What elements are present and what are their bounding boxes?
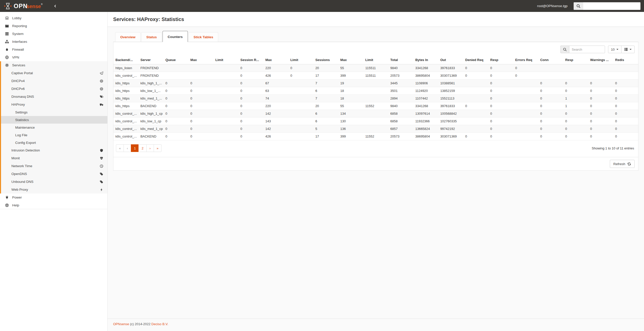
sidebar-item-haproxy[interactable]: HAProxy — [1, 101, 107, 108]
cell — [288, 110, 313, 118]
cell: 0 — [188, 125, 213, 133]
cell: 6 — [313, 118, 338, 125]
tab-stick-tables[interactable]: Stick Tables — [189, 32, 218, 42]
sidebar-navigation: Lobby Reporting System Interfaces — [0, 12, 108, 331]
sidebar-item-services[interactable]: Services — [1, 61, 107, 69]
sidebar-item-label: Settings — [15, 110, 28, 114]
table-body: https_listenFRONTEND02200205511551198403… — [113, 64, 638, 140]
pagination-page-1[interactable]: 1 — [131, 144, 139, 152]
column-header-resp[interactable]: Resp — [488, 56, 513, 64]
cell — [513, 102, 538, 110]
column-header-session-r[interactable]: Session R... — [238, 56, 264, 64]
sidebar-item-network-time[interactable]: Network Time — [1, 162, 107, 170]
table-row: k8s_httpsBACKEND000220205511552984033412… — [113, 102, 638, 110]
cell — [363, 87, 388, 95]
cell: 39761833 — [438, 102, 463, 110]
column-header-sessions[interactable]: Sessions — [313, 56, 338, 64]
sidebar-item-opendns[interactable]: OpenDNS — [1, 170, 107, 178]
cell: 134 — [338, 110, 363, 118]
sidebar-item-haproxy-settings[interactable]: Settings — [1, 108, 107, 116]
pagination-last-button[interactable]: » — [154, 144, 162, 152]
tab-status[interactable]: Status — [141, 32, 162, 42]
sidebar-item-system[interactable]: System — [0, 30, 107, 38]
sidebar-item-firewall[interactable]: Firewall — [0, 46, 107, 53]
sidebar-item-haproxy-config-export[interactable]: Config Export — [1, 139, 107, 146]
column-header-server[interactable]: Server — [138, 56, 164, 64]
cell: 0 — [463, 72, 488, 80]
column-header-warnings[interactable]: Warnings ... — [588, 56, 613, 64]
table-search-input[interactable] — [569, 46, 605, 53]
cell: 10388561 — [438, 80, 463, 87]
column-header-max[interactable]: Max — [263, 56, 288, 64]
cell: 74 — [263, 95, 288, 102]
sidebar-item-vpn[interactable]: VPN — [0, 53, 107, 61]
cell: 3501 — [388, 87, 413, 95]
cell — [213, 72, 238, 80]
cell: 6858 — [388, 118, 413, 125]
cell — [513, 95, 538, 102]
column-header-limit[interactable]: Limit — [363, 56, 388, 64]
sidebar-item-haproxy-maintenance[interactable]: Maintenance — [1, 124, 107, 131]
search-icon[interactable] — [574, 2, 583, 10]
cell — [538, 64, 563, 72]
sidebar-collapse-button[interactable] — [54, 4, 57, 8]
sidebar-item-dnsmasq-dns[interactable]: Dnsmasq DNS — [1, 93, 107, 101]
bolt-icon — [100, 188, 103, 191]
column-selector-dropdown[interactable] — [621, 46, 635, 53]
sidebar-item-web-proxy[interactable]: Web Proxy — [1, 186, 107, 193]
pagination-page-2[interactable]: 2 — [138, 144, 146, 152]
sidebar-item-power[interactable]: Power — [0, 193, 107, 201]
table-row: k8s_httpsk8s_high_1_...00067719344511089… — [113, 80, 638, 87]
pagination-next-button[interactable]: › — [146, 144, 154, 152]
sidebar-item-dhcpv4[interactable]: DHCPv4 — [1, 77, 107, 85]
sidebar-item-dhcpv6[interactable]: DHCPv6 — [1, 85, 107, 93]
fire-icon — [4, 48, 9, 51]
pagination-first-button[interactable]: « — [116, 144, 124, 152]
column-header-denied-req[interactable]: Denied Req — [463, 56, 488, 64]
tab-overview[interactable]: Overview — [115, 32, 140, 42]
column-header-backend[interactable]: Backend/... — [113, 56, 138, 64]
column-header-conn[interactable]: Conn — [538, 56, 563, 64]
column-header-limit[interactable]: Limit — [288, 56, 313, 64]
sidebar-item-intrusion-detection[interactable]: Intrusion Detection — [1, 146, 107, 154]
cell: 115511 — [363, 72, 388, 80]
column-header-limit[interactable]: Limit — [213, 56, 238, 64]
column-header-max[interactable]: Max — [188, 56, 213, 64]
opnsense-footer-link[interactable]: OPNsense — [113, 322, 129, 326]
sidebar-item-help[interactable]: Help — [0, 201, 107, 209]
sidebar-item-captive-portal[interactable]: Captive Portal — [1, 69, 107, 77]
cell: 0 — [238, 102, 264, 110]
sidebar-item-haproxy-log-file[interactable]: Log File — [1, 131, 107, 139]
cell — [213, 80, 238, 87]
sidebar-item-haproxy-statistics[interactable]: Statistics — [1, 116, 107, 124]
sidebar-item-label: Unbound DNS — [11, 180, 33, 184]
sidebar-item-reporting[interactable]: Reporting — [0, 22, 107, 30]
cell: 0 — [488, 64, 513, 72]
column-header-out[interactable]: Out — [438, 56, 463, 64]
sidebar-item-interfaces[interactable]: Interfaces — [0, 38, 107, 46]
tab-counters[interactable]: Counters — [163, 31, 188, 42]
deciso-footer-link[interactable]: Deciso B.V. — [151, 322, 168, 326]
opnsense-logo[interactable]: OPNsense® — [4, 2, 43, 10]
column-header-max[interactable]: Max — [338, 56, 363, 64]
cell: 0 — [613, 133, 638, 140]
column-header-bytes-in[interactable]: Bytes In — [413, 56, 438, 64]
column-header-redis[interactable]: Redis — [613, 56, 638, 64]
column-header-queue[interactable]: Queue — [163, 56, 188, 64]
cell — [213, 125, 238, 133]
refresh-button[interactable]: Refresh — [610, 160, 635, 168]
sidebar-item-unbound-dns[interactable]: Unbound DNS — [1, 178, 107, 186]
sidebar-item-lobby[interactable]: Lobby — [0, 14, 107, 22]
page-size-dropdown[interactable]: 10 — [608, 46, 621, 53]
cell: k8s_control_... — [113, 118, 138, 125]
column-header-total[interactable]: Total — [388, 56, 413, 64]
global-search-input[interactable] — [583, 2, 640, 10]
cell: 142 — [263, 125, 288, 133]
pagination-prev-button[interactable]: ‹ — [124, 144, 131, 152]
column-header-resp[interactable]: Resp — [563, 56, 588, 64]
sidebar-item-monit[interactable]: Monit — [1, 154, 107, 162]
sidebar-item-label: Dnsmasq DNS — [11, 95, 34, 99]
column-header-errors-req[interactable]: Errors Req — [513, 56, 538, 64]
cell — [213, 118, 238, 125]
cell: k8s_control_... — [113, 133, 138, 140]
